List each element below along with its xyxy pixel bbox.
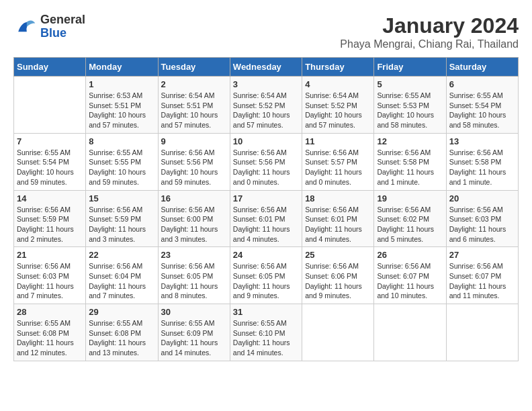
day-cell: 14Sunrise: 6:56 AM Sunset: 5:59 PM Dayli… bbox=[14, 190, 86, 247]
day-cell: 24Sunrise: 6:56 AM Sunset: 6:05 PM Dayli… bbox=[230, 247, 302, 304]
day-info: Sunrise: 6:56 AM Sunset: 6:03 PM Dayligh… bbox=[17, 261, 83, 301]
day-info: Sunrise: 6:55 AM Sunset: 5:53 PM Dayligh… bbox=[377, 91, 443, 130]
logo-text: General Blue bbox=[40, 13, 85, 40]
day-info: Sunrise: 6:56 AM Sunset: 6:04 PM Dayligh… bbox=[89, 261, 154, 301]
day-info: Sunrise: 6:56 AM Sunset: 5:59 PM Dayligh… bbox=[17, 205, 83, 244]
day-info: Sunrise: 6:56 AM Sunset: 5:58 PM Dayligh… bbox=[377, 148, 443, 187]
day-info: Sunrise: 6:56 AM Sunset: 6:07 PM Dayligh… bbox=[449, 261, 515, 301]
day-cell: 7Sunrise: 6:55 AM Sunset: 5:54 PM Daylig… bbox=[14, 133, 86, 190]
day-number: 25 bbox=[305, 250, 371, 260]
day-number: 14 bbox=[17, 193, 83, 203]
day-number: 3 bbox=[233, 79, 299, 89]
day-cell: 27Sunrise: 6:56 AM Sunset: 6:07 PM Dayli… bbox=[446, 247, 518, 304]
day-info: Sunrise: 6:56 AM Sunset: 6:00 PM Dayligh… bbox=[161, 205, 227, 244]
day-info: Sunrise: 6:56 AM Sunset: 5:58 PM Dayligh… bbox=[449, 148, 515, 187]
day-info: Sunrise: 6:55 AM Sunset: 6:09 PM Dayligh… bbox=[161, 318, 227, 358]
day-cell: 9Sunrise: 6:56 AM Sunset: 5:56 PM Daylig… bbox=[158, 133, 230, 190]
day-number: 5 bbox=[377, 79, 443, 89]
week-row-4: 21Sunrise: 6:56 AM Sunset: 6:03 PM Dayli… bbox=[14, 247, 519, 304]
day-number: 12 bbox=[377, 136, 443, 146]
day-cell: 13Sunrise: 6:56 AM Sunset: 5:58 PM Dayli… bbox=[446, 133, 518, 190]
header-cell-friday: Friday bbox=[374, 58, 446, 77]
day-number: 27 bbox=[449, 250, 515, 260]
day-info: Sunrise: 6:56 AM Sunset: 5:57 PM Dayligh… bbox=[305, 148, 371, 187]
day-number: 11 bbox=[305, 136, 371, 146]
header-cell-saturday: Saturday bbox=[446, 58, 518, 77]
day-number: 4 bbox=[305, 79, 371, 89]
day-cell: 28Sunrise: 6:55 AM Sunset: 6:08 PM Dayli… bbox=[14, 304, 86, 361]
calendar-title: January 2024 bbox=[340, 13, 519, 38]
day-number: 7 bbox=[17, 136, 83, 146]
day-info: Sunrise: 6:53 AM Sunset: 5:51 PM Dayligh… bbox=[89, 91, 154, 130]
day-cell: 29Sunrise: 6:55 AM Sunset: 6:08 PM Dayli… bbox=[86, 304, 158, 361]
day-number: 6 bbox=[449, 79, 515, 89]
day-number: 8 bbox=[89, 136, 154, 146]
day-number: 15 bbox=[89, 193, 154, 203]
day-number: 26 bbox=[377, 250, 443, 260]
day-number: 29 bbox=[89, 307, 154, 317]
day-number: 13 bbox=[449, 136, 515, 146]
logo-icon bbox=[13, 15, 38, 39]
calendar-table: SundayMondayTuesdayWednesdayThursdayFrid… bbox=[13, 57, 519, 361]
day-cell: 12Sunrise: 6:56 AM Sunset: 5:58 PM Dayli… bbox=[374, 133, 446, 190]
day-number: 10 bbox=[233, 136, 299, 146]
day-cell bbox=[302, 304, 374, 361]
day-info: Sunrise: 6:56 AM Sunset: 6:02 PM Dayligh… bbox=[377, 205, 443, 244]
day-cell bbox=[446, 304, 518, 361]
day-info: Sunrise: 6:56 AM Sunset: 6:06 PM Dayligh… bbox=[305, 261, 371, 301]
day-cell: 31Sunrise: 6:55 AM Sunset: 6:10 PM Dayli… bbox=[230, 304, 302, 361]
day-cell: 16Sunrise: 6:56 AM Sunset: 6:00 PM Dayli… bbox=[158, 190, 230, 247]
day-info: Sunrise: 6:56 AM Sunset: 6:01 PM Dayligh… bbox=[233, 205, 299, 244]
day-info: Sunrise: 6:56 AM Sunset: 5:56 PM Dayligh… bbox=[161, 148, 227, 187]
day-cell: 22Sunrise: 6:56 AM Sunset: 6:04 PM Dayli… bbox=[86, 247, 158, 304]
day-cell: 23Sunrise: 6:56 AM Sunset: 6:05 PM Dayli… bbox=[158, 247, 230, 304]
day-cell: 18Sunrise: 6:56 AM Sunset: 6:01 PM Dayli… bbox=[302, 190, 374, 247]
day-info: Sunrise: 6:54 AM Sunset: 5:51 PM Dayligh… bbox=[161, 91, 227, 130]
day-number: 22 bbox=[89, 250, 154, 260]
day-info: Sunrise: 6:56 AM Sunset: 5:56 PM Dayligh… bbox=[233, 148, 299, 187]
day-info: Sunrise: 6:55 AM Sunset: 5:54 PM Dayligh… bbox=[17, 148, 83, 187]
day-number: 1 bbox=[89, 79, 154, 89]
week-row-2: 7Sunrise: 6:55 AM Sunset: 5:54 PM Daylig… bbox=[14, 133, 519, 190]
header-cell-monday: Monday bbox=[86, 58, 158, 77]
day-cell bbox=[14, 77, 86, 134]
day-cell: 30Sunrise: 6:55 AM Sunset: 6:09 PM Dayli… bbox=[158, 304, 230, 361]
day-cell: 11Sunrise: 6:56 AM Sunset: 5:57 PM Dayli… bbox=[302, 133, 374, 190]
day-number: 30 bbox=[161, 307, 227, 317]
day-cell: 17Sunrise: 6:56 AM Sunset: 6:01 PM Dayli… bbox=[230, 190, 302, 247]
header-cell-sunday: Sunday bbox=[14, 58, 86, 77]
day-cell bbox=[374, 304, 446, 361]
day-cell: 4Sunrise: 6:54 AM Sunset: 5:52 PM Daylig… bbox=[302, 77, 374, 134]
day-info: Sunrise: 6:55 AM Sunset: 6:08 PM Dayligh… bbox=[89, 318, 154, 358]
day-number: 23 bbox=[161, 250, 227, 260]
week-row-1: 1Sunrise: 6:53 AM Sunset: 5:51 PM Daylig… bbox=[14, 77, 519, 134]
day-cell: 26Sunrise: 6:56 AM Sunset: 6:07 PM Dayli… bbox=[374, 247, 446, 304]
header-cell-thursday: Thursday bbox=[302, 58, 374, 77]
day-number: 19 bbox=[377, 193, 443, 203]
day-number: 28 bbox=[17, 307, 83, 317]
day-number: 20 bbox=[449, 193, 515, 203]
day-cell: 20Sunrise: 6:56 AM Sunset: 6:03 PM Dayli… bbox=[446, 190, 518, 247]
day-info: Sunrise: 6:54 AM Sunset: 5:52 PM Dayligh… bbox=[233, 91, 299, 130]
day-info: Sunrise: 6:56 AM Sunset: 6:01 PM Dayligh… bbox=[305, 205, 371, 244]
day-info: Sunrise: 6:56 AM Sunset: 6:03 PM Dayligh… bbox=[449, 205, 515, 244]
header-row: SundayMondayTuesdayWednesdayThursdayFrid… bbox=[14, 58, 519, 77]
day-number: 21 bbox=[17, 250, 83, 260]
day-cell: 5Sunrise: 6:55 AM Sunset: 5:53 PM Daylig… bbox=[374, 77, 446, 134]
day-info: Sunrise: 6:56 AM Sunset: 6:05 PM Dayligh… bbox=[161, 261, 227, 301]
day-cell: 19Sunrise: 6:56 AM Sunset: 6:02 PM Dayli… bbox=[374, 190, 446, 247]
day-cell: 2Sunrise: 6:54 AM Sunset: 5:51 PM Daylig… bbox=[158, 77, 230, 134]
day-number: 31 bbox=[233, 307, 299, 317]
day-cell: 25Sunrise: 6:56 AM Sunset: 6:06 PM Dayli… bbox=[302, 247, 374, 304]
title-block: January 2024 Phaya Mengrai, Chiang Rai, … bbox=[340, 13, 519, 50]
day-cell: 6Sunrise: 6:55 AM Sunset: 5:54 PM Daylig… bbox=[446, 77, 518, 134]
day-info: Sunrise: 6:56 AM Sunset: 6:07 PM Dayligh… bbox=[377, 261, 443, 301]
week-row-3: 14Sunrise: 6:56 AM Sunset: 5:59 PM Dayli… bbox=[14, 190, 519, 247]
calendar-subtitle: Phaya Mengrai, Chiang Rai, Thailand bbox=[340, 38, 519, 50]
week-row-5: 28Sunrise: 6:55 AM Sunset: 6:08 PM Dayli… bbox=[14, 304, 519, 361]
day-cell: 15Sunrise: 6:56 AM Sunset: 5:59 PM Dayli… bbox=[86, 190, 158, 247]
day-number: 17 bbox=[233, 193, 299, 203]
day-number: 16 bbox=[161, 193, 227, 203]
day-number: 18 bbox=[305, 193, 371, 203]
day-number: 2 bbox=[161, 79, 227, 89]
